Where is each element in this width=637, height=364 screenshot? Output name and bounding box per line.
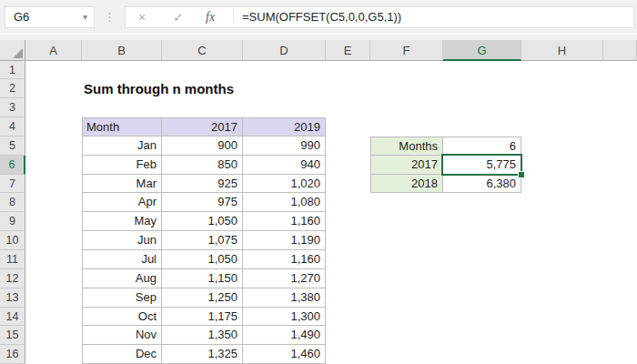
- cell-D6[interactable]: 940: [243, 156, 326, 175]
- cell-F6[interactable]: 2017: [370, 156, 443, 175]
- row-header-3[interactable]: 3: [0, 98, 25, 117]
- cancel-icon[interactable]: ×: [138, 7, 146, 27]
- cell-B8[interactable]: Apr: [82, 193, 162, 212]
- cell-B13[interactable]: Sep: [82, 288, 162, 308]
- select-all-corner[interactable]: [0, 40, 25, 61]
- cell-B14[interactable]: Oct: [82, 308, 162, 326]
- cell-D11[interactable]: 1,160: [243, 250, 326, 269]
- row-header-12[interactable]: 12: [0, 269, 25, 288]
- cell-C9[interactable]: 1,050: [162, 212, 243, 231]
- cell-C7[interactable]: 925: [162, 175, 243, 193]
- cell-B4[interactable]: Month: [82, 117, 162, 136]
- row-header-7[interactable]: 7: [0, 175, 25, 193]
- column-header-A[interactable]: A: [25, 40, 82, 61]
- cell-G7[interactable]: 6,380: [443, 175, 521, 193]
- formula-input-box: × ✓ fx =SUM(OFFSET(C5,0,0,G5,1)): [125, 6, 634, 28]
- cell-D12[interactable]: 1,270: [243, 269, 326, 288]
- row-header-16[interactable]: 16: [0, 345, 25, 364]
- cell-F5[interactable]: Months: [370, 136, 443, 156]
- row-header-4[interactable]: 4: [0, 117, 25, 136]
- column-header-E[interactable]: E: [326, 40, 370, 61]
- row-header-13[interactable]: 13: [0, 288, 25, 308]
- row-header-9[interactable]: 9: [0, 212, 25, 231]
- select-all-triangle-icon: [13, 48, 23, 58]
- cell-B11[interactable]: Jul: [82, 250, 162, 269]
- cell-C11[interactable]: 1,050: [162, 250, 243, 269]
- sheet-title[interactable]: Sum through n months: [84, 79, 234, 98]
- cell-B7[interactable]: Mar: [82, 175, 162, 193]
- column-header-F[interactable]: F: [370, 40, 443, 61]
- cell-C4[interactable]: 2017: [162, 117, 243, 136]
- cell-G5[interactable]: 6: [443, 136, 521, 156]
- row-header-14[interactable]: 14: [0, 308, 25, 326]
- excel-window: G6 ▾ ⋮ × ✓ fx =SUM(OFFSET(C5,0,0,G5,1)) …: [0, 0, 637, 364]
- row-header-5[interactable]: 5: [0, 136, 25, 156]
- row-header-1[interactable]: 1: [0, 61, 25, 79]
- cell-D13[interactable]: 1,380: [243, 288, 326, 308]
- cell-C8[interactable]: 975: [162, 193, 243, 212]
- name-box[interactable]: G6 ▾: [5, 6, 95, 28]
- formula-bar: G6 ▾ ⋮ × ✓ fx =SUM(OFFSET(C5,0,0,G5,1)): [0, 0, 637, 40]
- cell-C6[interactable]: 850: [162, 156, 243, 175]
- cell-D9[interactable]: 1,160: [243, 212, 326, 231]
- cell-B12[interactable]: Aug: [82, 269, 162, 288]
- cell-C15[interactable]: 1,350: [162, 326, 243, 345]
- row-header-2[interactable]: 2: [0, 79, 25, 98]
- formula-bar-divider: [0, 34, 637, 35]
- selected-cell-border[interactable]: [441, 154, 522, 176]
- column-header-D[interactable]: D: [243, 40, 326, 61]
- column-header-blank[interactable]: [603, 40, 637, 61]
- cell-C16[interactable]: 1,325: [162, 345, 243, 364]
- cell-D10[interactable]: 1,190: [243, 231, 326, 250]
- name-box-dropdown-icon[interactable]: ▾: [83, 7, 87, 27]
- cell-D5[interactable]: 990: [243, 136, 326, 156]
- row-header-10[interactable]: 10: [0, 231, 25, 250]
- column-header-H[interactable]: H: [521, 40, 603, 61]
- cell-B10[interactable]: Jun: [82, 231, 162, 250]
- row-header-11[interactable]: 11: [0, 250, 25, 269]
- row-header-15[interactable]: 15: [0, 326, 25, 345]
- enter-icon[interactable]: ✓: [173, 7, 184, 27]
- formula-input[interactable]: =SUM(OFFSET(C5,0,0,G5,1)): [242, 7, 401, 27]
- cell-C13[interactable]: 1,250: [162, 288, 243, 308]
- cell-D7[interactable]: 1,020: [243, 175, 326, 193]
- cell-C5[interactable]: 900: [162, 136, 243, 156]
- cell-D14[interactable]: 1,300: [243, 308, 326, 326]
- formula-box-divider: [233, 9, 234, 25]
- fill-handle[interactable]: [518, 171, 525, 178]
- cell-B16[interactable]: Dec: [82, 345, 162, 364]
- cell-B6[interactable]: Feb: [82, 156, 162, 175]
- separator-dots-icon: ⋮: [104, 6, 115, 28]
- cell-D15[interactable]: 1,490: [243, 326, 326, 345]
- insert-function-icon[interactable]: fx: [206, 7, 215, 27]
- name-box-value: G6: [14, 7, 29, 27]
- cell-D8[interactable]: 1,080: [243, 193, 326, 212]
- row-header-6[interactable]: 6: [0, 156, 25, 175]
- row-header-8[interactable]: 8: [0, 193, 25, 212]
- cell-C10[interactable]: 1,075: [162, 231, 243, 250]
- cell-C12[interactable]: 1,150: [162, 269, 243, 288]
- cell-B9[interactable]: May: [82, 212, 162, 231]
- cell-D4[interactable]: 2019: [243, 117, 326, 136]
- cell-B15[interactable]: Nov: [82, 326, 162, 345]
- column-header-C[interactable]: C: [162, 40, 243, 61]
- cell-D16[interactable]: 1,460: [243, 345, 326, 364]
- cell-B5[interactable]: Jan: [82, 136, 162, 156]
- column-header-B[interactable]: B: [82, 40, 162, 61]
- cell-F7[interactable]: 2018: [370, 175, 443, 193]
- cell-C14[interactable]: 1,175: [162, 308, 243, 326]
- column-header-G[interactable]: G: [443, 40, 521, 61]
